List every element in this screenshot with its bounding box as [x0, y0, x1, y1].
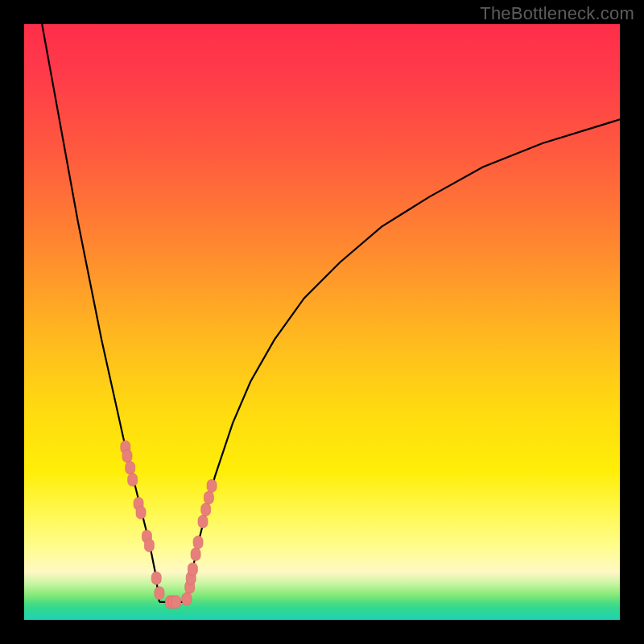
- datapoint: [122, 450, 132, 463]
- datapoint: [182, 592, 192, 605]
- datapoint: [191, 548, 200, 561]
- curve-path-group: [42, 24, 620, 602]
- datapoint: [207, 480, 217, 493]
- datapoint: [188, 563, 197, 576]
- watermark-text: TheBottleneck.com: [480, 3, 634, 24]
- datapoint: [201, 503, 211, 516]
- datapoint: [144, 539, 154, 552]
- curve-right: [187, 119, 620, 601]
- datapoint: [155, 587, 164, 600]
- datapoint: [198, 515, 208, 528]
- datapoint: [171, 596, 181, 609]
- bottleneck-curve: [24, 24, 620, 620]
- chart-container: TheBottleneck.com: [0, 0, 644, 644]
- datapoints-group: [121, 440, 217, 608]
- plot-area: [24, 24, 620, 620]
- datapoint: [204, 491, 213, 504]
- datapoint: [193, 536, 203, 549]
- datapoint: [128, 473, 138, 486]
- datapoint: [126, 461, 135, 474]
- datapoint: [136, 506, 146, 519]
- datapoint: [151, 572, 161, 584]
